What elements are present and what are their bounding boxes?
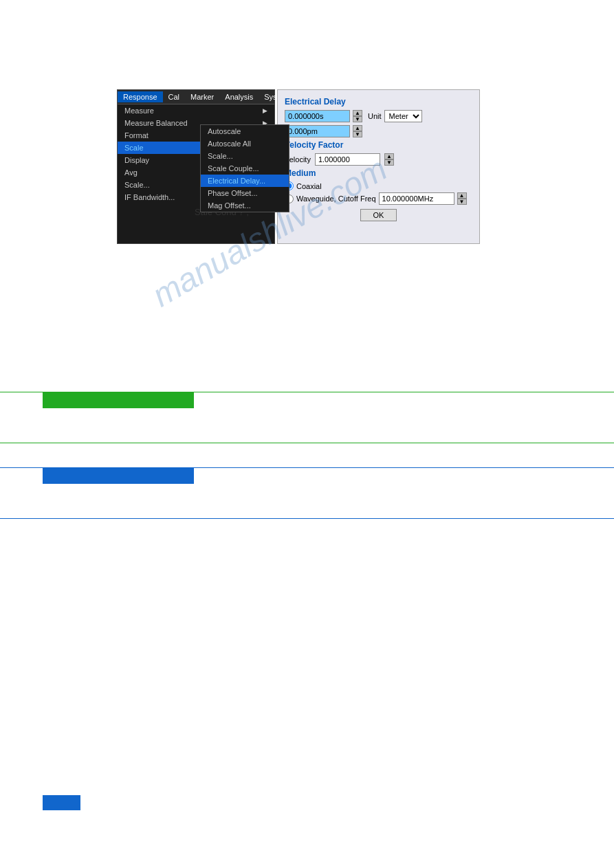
cutoff-freq-input[interactable]: [379, 192, 454, 205]
page-container: Response Cal Marker Analysis System Meas…: [0, 0, 614, 868]
menu-bar-response[interactable]: Response: [118, 91, 163, 102]
velocity-row: Velocity ▲ ▼: [285, 153, 472, 166]
submenu-scale-couple[interactable]: Scale Couple...: [201, 162, 289, 175]
delay-row-2: ▲ ▼: [285, 125, 472, 137]
menu-bar: Response Cal Marker Analysis System: [118, 90, 274, 104]
electrical-delay-title: Electrical Delay: [285, 97, 472, 107]
spin-down-icon[interactable]: ▼: [353, 131, 362, 137]
delay-spinner-2[interactable]: ▲ ▼: [353, 125, 362, 137]
blue-bar-arrow: [186, 467, 194, 484]
green-top-line: [0, 392, 614, 392]
blue-section: [0, 467, 614, 519]
velocity-spinner[interactable]: ▲ ▼: [384, 153, 394, 166]
dialog-panel: Electrical Delay ▲ ▼ Unit Meter Feet ▲: [277, 89, 480, 244]
velocity-input[interactable]: [315, 153, 380, 166]
spin-up-icon[interactable]: ▲: [353, 110, 362, 116]
menu-panel: Response Cal Marker Analysis System Meas…: [117, 89, 275, 244]
blue-bar-row: [0, 467, 614, 484]
velocity-factor-title: Velocity Factor: [285, 140, 472, 150]
delay-input-2[interactable]: [285, 125, 350, 137]
medium-title: Medium: [285, 168, 472, 178]
unit-label: Unit: [368, 112, 382, 120]
submenu-phase-offset[interactable]: Phase Offset...: [201, 187, 289, 199]
menu-bar-cal[interactable]: Cal: [163, 91, 186, 102]
green-bar-row: [0, 392, 614, 408]
submenu-electrical-delay[interactable]: Electrical Delay...: [201, 175, 289, 187]
ok-button[interactable]: OK: [360, 209, 397, 221]
spin-down-icon[interactable]: ▼: [457, 199, 467, 205]
delay-row-1: ▲ ▼ Unit Meter Feet: [285, 110, 472, 122]
spin-down-icon[interactable]: ▼: [384, 159, 394, 166]
unit-select[interactable]: Meter Feet: [384, 110, 422, 122]
spin-up-icon[interactable]: ▲: [457, 192, 467, 199]
coaxial-label: Coaxial: [296, 182, 322, 190]
waveguide-label: Waveguide, Cutoff Freq: [296, 194, 376, 203]
green-bar: [43, 392, 194, 408]
green-bottom-line: [0, 443, 614, 443]
spin-down-icon[interactable]: ▼: [353, 116, 362, 122]
small-blue-box: [43, 795, 80, 810]
arrow-icon: ▶: [263, 107, 267, 114]
menu-item-measure[interactable]: Measure ▶: [118, 104, 274, 117]
coaxial-radio-row: Coaxial: [285, 181, 472, 190]
medium-section: Coaxial Waveguide, Cutoff Freq ▲ ▼: [285, 181, 472, 205]
green-section: [0, 392, 614, 443]
submenu-autoscale[interactable]: Autoscale: [201, 125, 289, 137]
blue-bar: [43, 467, 194, 484]
spin-up-icon[interactable]: ▲: [353, 125, 362, 131]
waveguide-radio-row: Waveguide, Cutoff Freq ▲ ▼: [285, 192, 472, 205]
submenu: Autoscale Autoscale All Scale... Scale C…: [200, 124, 289, 212]
delay-input-1[interactable]: [285, 110, 350, 122]
submenu-mag-offset[interactable]: Mag Offset...: [201, 199, 289, 212]
submenu-autoscale-all[interactable]: Autoscale All: [201, 137, 289, 150]
menu-bar-analysis[interactable]: Analysis: [219, 91, 259, 102]
cutoff-spinner[interactable]: ▲ ▼: [457, 192, 467, 205]
ui-area: Response Cal Marker Analysis System Meas…: [117, 89, 502, 247]
spin-up-icon[interactable]: ▲: [384, 153, 394, 159]
submenu-scale[interactable]: Scale...: [201, 150, 289, 162]
delay-spinner-1[interactable]: ▲ ▼: [353, 110, 362, 122]
menu-bar-marker[interactable]: Marker: [185, 91, 219, 102]
blue-bottom-line: [0, 518, 614, 519]
